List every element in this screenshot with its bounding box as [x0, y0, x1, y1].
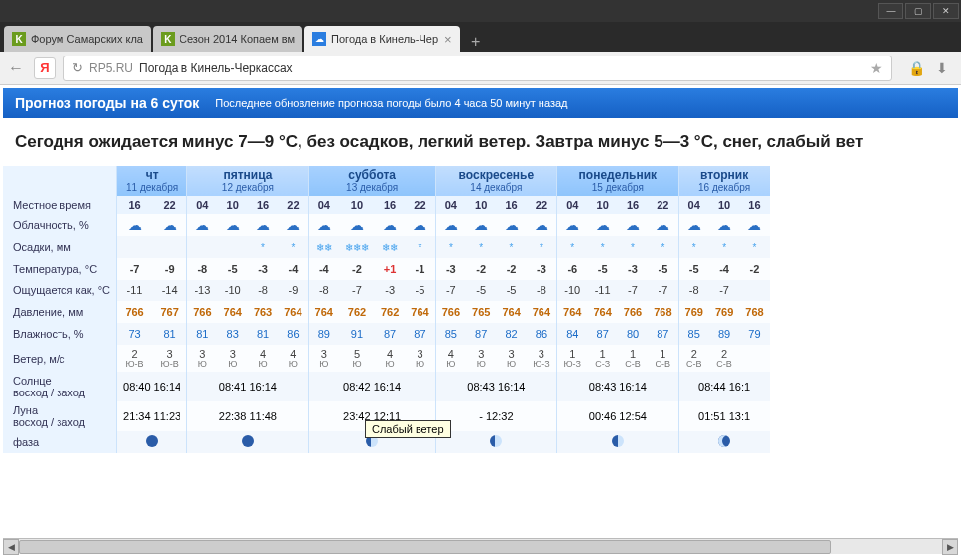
hour-cell: 16 [496, 196, 526, 214]
forecast-table-container[interactable]: чт11 декабряпятница12 декабрясуббота13 д… [3, 166, 958, 453]
hum-cell: 81 [248, 323, 278, 345]
feels-cell: -8 [248, 280, 278, 301]
press-cell: 769 [709, 301, 739, 323]
cloud-icon: ☁ [596, 217, 610, 233]
scroll-thumb[interactable] [19, 540, 831, 554]
cloud-cell: ☁ [557, 214, 588, 236]
temp-cell: -6 [557, 258, 588, 280]
hour-cell: 10 [339, 196, 375, 214]
hour-cell: 16 [117, 196, 153, 214]
cloud-cell: ☁ [248, 214, 278, 236]
favicon-icon: K [12, 32, 26, 46]
precip-cell: * [739, 236, 769, 258]
feels-cell: -10 [557, 280, 588, 301]
wind-cell: 3Ю [496, 345, 526, 372]
download-icon[interactable]: ⬇ [931, 57, 953, 79]
hour-cell: 10 [709, 196, 739, 214]
hour-cell: 10 [587, 196, 617, 214]
wind-cell: 3Ю [405, 345, 435, 372]
temp-cell: -3 [435, 258, 466, 280]
wind-cell: 4Ю [248, 345, 278, 372]
tab-weather[interactable]: ☁ Погода в Кинель-Чер × [304, 26, 460, 52]
feels-cell: -9 [278, 280, 308, 301]
precip-cell: * [618, 236, 648, 258]
forecast-updated: Последнее обновление прогноза погоды был… [215, 97, 567, 109]
cloud-icon: ☁ [226, 217, 240, 233]
feels-cell [739, 280, 769, 301]
row-sun-label: Солнце восход / заход [3, 372, 117, 401]
day-header: понедельник15 декабря [557, 166, 678, 196]
window-maximize-button[interactable]: ▢ [905, 3, 931, 19]
cloud-icon: ☁ [317, 217, 331, 233]
cloud-icon: ☁ [128, 217, 142, 233]
bookmark-icon[interactable]: ★ [870, 60, 883, 76]
day-header: воскресенье14 декабря [435, 166, 556, 196]
hum-cell: 87 [648, 323, 678, 345]
new-tab-button[interactable]: + [466, 32, 486, 52]
scroll-left-button[interactable]: ◀ [3, 539, 19, 555]
cloud-cell: ☁ [678, 214, 709, 236]
back-button[interactable]: ← [8, 59, 24, 77]
temp-cell: -1 [405, 258, 435, 280]
yandex-icon[interactable]: Я [34, 57, 56, 79]
reload-icon[interactable]: ↻ [72, 60, 83, 75]
wind-cell: 2Ю-В [117, 345, 153, 372]
temp-cell: -2 [496, 258, 526, 280]
temp-cell: -5 [587, 258, 617, 280]
temp-cell: -7 [117, 258, 153, 280]
page-content: Прогноз погоды на 6 суток Последнее обно… [0, 85, 961, 560]
temp-cell: -3 [248, 258, 278, 280]
wind-cell: 3Ю [466, 345, 496, 372]
hum-cell: 81 [152, 323, 187, 345]
sun-cell: 08:43 16:14 [435, 372, 556, 401]
hum-cell: 80 [618, 323, 648, 345]
horizontal-scrollbar[interactable]: ◀ ▶ [3, 538, 958, 554]
day-header: суббота13 декабря [308, 166, 435, 196]
phase-cell [187, 431, 308, 453]
cloud-icon: ☁ [383, 217, 397, 233]
cloud-icon: ☁ [687, 217, 701, 233]
hum-cell: 79 [739, 323, 769, 345]
temp-cell: -4 [709, 258, 739, 280]
cloud-cell: ☁ [339, 214, 375, 236]
tab-label: Сезон 2014 Копаем вм [180, 33, 295, 45]
precip-cell: * [278, 236, 308, 258]
cloud-icon: ☁ [256, 217, 270, 233]
window-close-button[interactable]: ✕ [933, 3, 959, 19]
moon-phase-icon [718, 435, 730, 447]
url-input[interactable]: ↻ RP5.RU Погода в Кинель-Черкассах ★ [63, 56, 892, 81]
moon-cell: 01:51 13:1 [678, 401, 770, 431]
wind-cell: 3Ю [218, 345, 248, 372]
precip-cell: * [496, 236, 526, 258]
scroll-right-button[interactable]: ▶ [942, 539, 958, 555]
precip-cell: ❄❄ [375, 236, 405, 258]
cloud-cell: ☁ [308, 214, 339, 236]
tab-season[interactable]: K Сезон 2014 Копаем вм [153, 26, 302, 52]
press-cell: 764 [278, 301, 308, 323]
hum-cell: 86 [278, 323, 308, 345]
sun-cell: 08:43 16:14 [557, 372, 678, 401]
hum-cell: 87 [405, 323, 435, 345]
scroll-track[interactable] [19, 539, 942, 554]
wind-cell: 1С-З [587, 345, 617, 372]
cloud-icon: ☁ [717, 217, 731, 233]
cloud-cell: ☁ [618, 214, 648, 236]
precip-cell: * [435, 236, 466, 258]
close-icon[interactable]: × [444, 32, 452, 47]
feels-cell: -5 [405, 280, 435, 301]
temp-cell: -4 [278, 258, 308, 280]
sun-cell: 08:42 16:14 [308, 372, 435, 401]
temp-cell: +1 [375, 258, 405, 280]
tab-forum[interactable]: K Форум Самарских кла [4, 26, 151, 52]
feels-cell: -7 [648, 280, 678, 301]
extension-icon[interactable]: 🔒 [905, 57, 927, 79]
temp-cell: -5 [648, 258, 678, 280]
precip-cell: * [557, 236, 588, 258]
temp-cell: -5 [218, 258, 248, 280]
window-minimize-button[interactable]: — [878, 3, 903, 19]
cloud-cell: ☁ [152, 214, 187, 236]
cloud-cell: ☁ [496, 214, 526, 236]
temp-cell: -9 [152, 258, 187, 280]
wind-cell: 3Ю-В [152, 345, 187, 372]
day-header: пятница12 декабря [187, 166, 308, 196]
